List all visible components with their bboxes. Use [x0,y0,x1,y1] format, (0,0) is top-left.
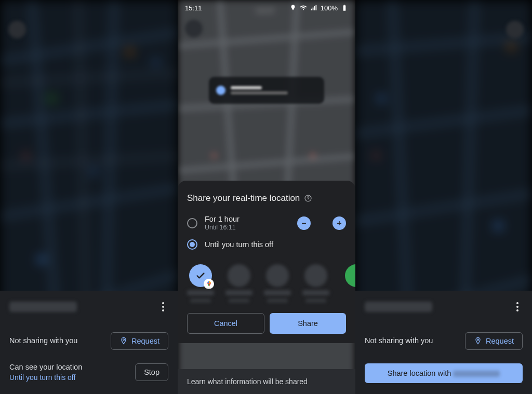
can-see-sublabel: Until you turn this off [9,373,82,383]
request-button-label: Request [131,337,159,345]
learn-info-bar[interactable]: Learn what information will be shared [178,369,355,394]
share-button[interactable]: Share [270,313,346,334]
svg-point-5 [91,169,96,174]
stop-button-label: Stop [144,368,159,376]
radio-selected[interactable] [187,239,197,250]
modal-title: Share your real-time location [187,193,300,203]
location-pin-icon [119,337,128,345]
not-sharing-label: Not sharing with you [9,336,77,346]
can-see-label: Can see your location [9,362,82,373]
check-icon [195,270,206,281]
contact-name-blurred [187,290,214,295]
minus-icon [300,220,308,227]
share-location-with-button[interactable]: Share location with [365,363,523,383]
contact-item[interactable] [264,264,291,303]
contact-selected[interactable] [187,264,214,303]
increase-time-button[interactable] [332,216,346,230]
svg-point-9 [211,153,217,158]
svg-point-7 [123,339,125,341]
svg-point-3 [153,60,158,65]
svg-point-6 [38,256,45,263]
contacts-row [178,254,355,306]
share-target-name-blurred [453,371,500,377]
avatar-dot [216,86,225,95]
more-options-button[interactable] [512,300,523,314]
screenshot-middle: Uzun M 15:11 100% Share your real-ti [178,0,355,394]
not-sharing-label: Not sharing with you [365,336,433,346]
svg-rect-14 [344,5,345,5]
text-lines-blurred [231,84,317,97]
radio-unselected[interactable] [187,218,197,228]
svg-point-23 [508,44,514,50]
contact-item[interactable] [341,264,355,303]
option1-sub: Until 16:11 [205,224,290,231]
share-location-with-label: Share location with [388,369,454,377]
stop-button[interactable]: Stop [135,363,168,381]
svg-point-26 [477,339,479,341]
contact-name-blurred [9,302,77,312]
profile-avatar[interactable] [8,21,26,38]
contact-item[interactable] [225,264,252,303]
svg-rect-13 [343,5,346,10]
contact-name-blurred [365,302,432,312]
svg-point-16 [308,199,309,200]
location-pin-icon [474,337,482,345]
cancel-button[interactable]: Cancel [187,313,264,334]
cancel-button-label: Cancel [214,319,237,328]
learn-label: Learn what information will be shared [187,377,308,386]
screenshot-right: Not sharing with you Request Share locat… [355,0,532,394]
svg-point-25 [495,222,502,229]
share-button-label: Share [298,319,318,328]
option1-main: For 1 hour [205,215,290,223]
option2-main: Until you turn this off [205,240,346,249]
request-button[interactable]: Request [465,332,523,350]
maps-badge-icon [204,279,214,289]
bottom-sheet: Not sharing with you Request Share locat… [355,291,532,394]
status-bar: 15:11 100% [178,0,355,16]
wifi-icon [300,4,307,11]
decrease-time-button[interactable] [297,216,311,230]
status-time: 15:11 [185,4,202,12]
contact-sub-blurred [190,298,211,303]
svg-point-24 [378,96,384,102]
location-chip-blurred [209,77,324,104]
bottom-sheet: Not sharing with you Request Can see you… [0,291,178,394]
status-battery: 100% [321,4,338,12]
svg-point-4 [23,153,29,158]
can-see-block: Can see your location Until you turn thi… [9,362,82,382]
contact-item[interactable] [302,264,329,303]
duration-option-until-off[interactable]: Until you turn this off [178,235,355,254]
svg-point-22 [374,153,379,158]
profile-avatar[interactable] [185,20,203,37]
svg-point-1 [47,93,57,104]
svg-point-2 [127,49,133,55]
duration-option-1hour[interactable]: For 1 hour Until 16:11 [178,211,355,235]
request-button-label: Request [486,337,514,345]
svg-rect-17 [302,223,306,224]
battery-icon [341,4,348,11]
location-icon [289,4,297,11]
signal-icon [310,4,317,11]
svg-point-10 [310,153,315,158]
request-button[interactable]: Request [111,332,168,350]
more-options-button[interactable] [158,300,168,314]
screenshot-left: Not sharing with you Request Can see you… [0,0,178,394]
profile-avatar[interactable] [506,21,524,38]
plus-icon [336,220,343,227]
help-icon[interactable] [304,194,312,202]
svg-rect-19 [339,221,340,225]
share-modal: Share your real-time location For 1 hour… [178,181,355,343]
